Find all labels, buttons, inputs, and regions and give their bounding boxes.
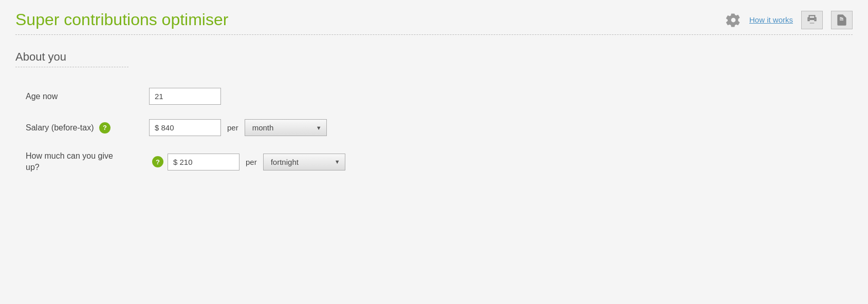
print-button[interactable]: [801, 11, 823, 29]
header-right: How it works: [726, 11, 853, 29]
section-divider: [15, 67, 128, 67]
how-it-works-link[interactable]: How it works: [749, 15, 793, 24]
section-title: About you: [15, 50, 853, 64]
age-input[interactable]: [149, 88, 221, 105]
pdf-button[interactable]: [831, 11, 853, 29]
salary-label: Salary (before-tax) ?: [26, 122, 149, 134]
giveup-period-select[interactable]: week fortnight month year: [263, 154, 345, 170]
salary-period-select[interactable]: week fortnight month year: [245, 119, 327, 136]
form-section: Age now Salary (before-tax) ? per week f…: [26, 88, 853, 174]
header: Super contributions optimiser How it wor…: [15, 10, 853, 35]
salary-per-label: per: [227, 123, 238, 132]
giveup-row: How much can you give up? ? per week for…: [26, 150, 853, 174]
giveup-input[interactable]: [168, 154, 239, 170]
salary-input[interactable]: [149, 119, 221, 136]
section-header: About you: [15, 50, 853, 67]
app-title: Super contributions optimiser: [15, 10, 228, 29]
salary-row: Salary (before-tax) ? per week fortnight…: [26, 119, 853, 136]
pdf-icon: [835, 13, 848, 27]
salary-period-wrapper: week fortnight month year: [245, 119, 327, 136]
giveup-help-icon[interactable]: ?: [152, 156, 163, 167]
print-icon: [805, 13, 819, 27]
age-label: Age now: [26, 92, 149, 101]
giveup-period-wrapper: week fortnight month year: [263, 154, 345, 170]
giveup-label: How much can you give up?: [26, 150, 149, 174]
age-row: Age now: [26, 88, 853, 105]
salary-help-icon[interactable]: ?: [99, 122, 110, 134]
giveup-per-label: per: [246, 158, 257, 166]
page-container: Super contributions optimiser How it wor…: [0, 0, 868, 304]
gear-icon[interactable]: [726, 12, 741, 28]
